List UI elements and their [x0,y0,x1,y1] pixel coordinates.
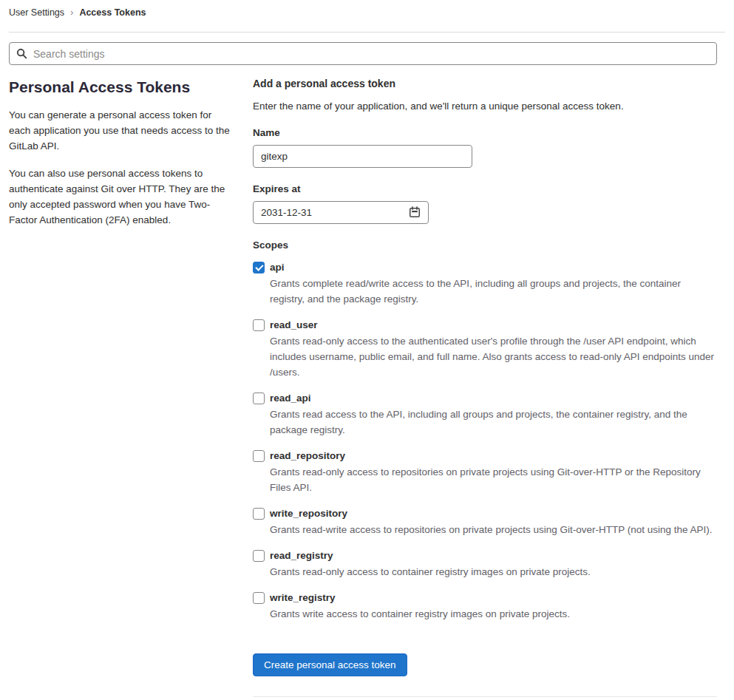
form-title: Add a personal access token [253,78,717,90]
settings-search [9,42,717,65]
scope-checkbox[interactable] [253,319,265,331]
token-name-input[interactable] [253,145,472,168]
scope-label[interactable]: read_registry [270,549,333,562]
scope-label[interactable]: write_registry [270,591,336,604]
expires-at-label: Expires at [253,183,717,195]
page-title: Personal Access Tokens [9,78,234,97]
name-field-group: Name [253,126,717,168]
scopes-label: Scopes [253,239,717,251]
scope-checkbox[interactable] [253,592,265,604]
token-form-column: Add a personal access token Enter the na… [253,78,717,697]
scope-item: read_registry Grants read-only access to… [253,549,717,580]
breadcrumb-user-settings[interactable]: User Settings [9,7,64,18]
breadcrumb: User Settings › Access Tokens [9,0,725,33]
create-token-button[interactable]: Create personal access token [253,653,407,676]
scopes-list: api Grants complete read/write access to… [253,261,717,622]
scope-checkbox[interactable] [253,450,265,462]
scope-item: api Grants complete read/write access to… [253,261,717,307]
scope-description: Grants write access to container registr… [270,606,716,622]
settings-content: Personal Access Tokens You can generate … [9,78,717,697]
calendar-icon[interactable] [409,206,421,218]
expires-at-input[interactable] [253,201,429,224]
scope-label[interactable]: write_repository [270,507,347,520]
scope-checkbox[interactable] [253,262,265,273]
form-description: Enter the name of your application, and … [253,98,717,114]
scope-checkbox[interactable] [253,508,265,520]
scope-item: read_api Grants read access to the API, … [253,392,717,438]
scope-description: Grants complete read/write access to the… [270,276,716,307]
scope-label[interactable]: read_repository [270,449,345,462]
scope-item: write_registry Grants write access to co… [253,591,717,622]
scope-description: Grants read access to the API, including… [270,407,716,438]
bottom-divider [253,696,717,697]
section-paragraph-1: You can generate a personal access token… [9,107,234,154]
scope-item: write_repository Grants read-write acces… [253,507,717,537]
scope-label[interactable]: read_api [270,392,311,404]
section-paragraph-2: You can also use personal access tokens … [9,166,234,228]
search-input[interactable] [9,42,717,65]
scope-item: read_user Grants read-only access to the… [253,319,717,380]
scope-description: Grants read-only access to container reg… [270,564,716,580]
scope-checkbox[interactable] [253,550,265,562]
expires-field-group: Expires at [253,183,717,224]
name-label: Name [253,126,717,139]
scope-description: Grants read-only access to the authentic… [270,333,716,380]
scope-description: Grants read-only access to repositories … [270,464,716,495]
breadcrumb-access-tokens: Access Tokens [79,7,146,18]
scope-label[interactable]: read_user [270,319,318,331]
section-description-column: Personal Access Tokens You can generate … [9,78,234,239]
search-icon [16,48,27,59]
chevron-right-icon: › [70,7,73,18]
scope-checkbox[interactable] [253,393,265,404]
scope-item: read_repository Grants read-only access … [253,449,717,495]
scope-label[interactable]: api [270,261,285,273]
scope-description: Grants read-write access to repositories… [270,522,716,537]
